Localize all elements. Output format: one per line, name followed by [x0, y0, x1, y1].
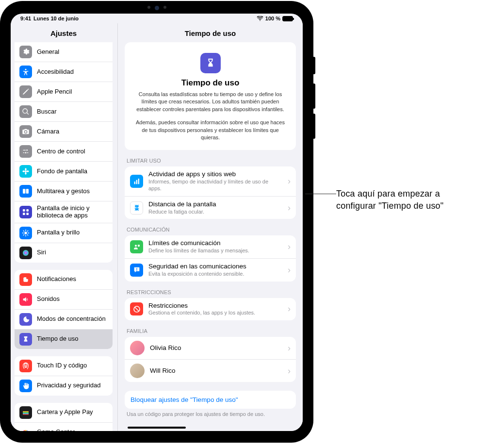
detail-item-sub: Reduce la fatiga ocular.	[148, 209, 282, 216]
svg-rect-6	[23, 213, 25, 215]
rectangles-icon	[19, 185, 32, 198]
sidebar-item[interactable]: Pantalla y brillo	[15, 223, 113, 243]
sidebar-item[interactable]: Notificaciones	[15, 270, 113, 289]
sidebar-item[interactable]: Game Center	[15, 422, 113, 431]
battery-icon	[282, 16, 293, 21]
sidebar-item[interactable]: Modos de concentración	[15, 309, 113, 329]
sidebar-item-label: Game Center	[37, 429, 108, 431]
svg-point-11	[26, 277, 29, 279]
search-icon	[19, 105, 32, 118]
lock-screen-time-button[interactable]: Bloquear ajustes de "Tiempo de uso"	[125, 391, 296, 409]
status-bar: 9:41 Lunes 10 de junio 100 %	[11, 14, 303, 23]
camera-icon	[19, 125, 32, 138]
sidebar-item[interactable]: Centro de control	[15, 141, 113, 161]
wallet-icon	[19, 406, 32, 419]
accessibility-icon	[19, 66, 32, 78]
detail-item-sub: Informes, tiempo de inactividad y límite…	[148, 179, 282, 192]
svg-rect-13	[23, 411, 29, 412]
svg-point-9	[23, 250, 29, 256]
sidebar-item[interactable]: Sonidos	[15, 289, 113, 309]
detail-item-title: Actividad de apps y sitios web	[148, 170, 282, 179]
status-date: Lunes 10 de junio	[33, 16, 79, 21]
svg-rect-4	[23, 209, 25, 212]
svg-rect-26	[136, 180, 137, 184]
switches-icon	[19, 145, 32, 158]
bell-icon	[19, 273, 32, 286]
svg-point-0	[25, 69, 27, 70]
sidebar-item[interactable]: Multitarea y gestos	[15, 181, 113, 201]
sidebar-item[interactable]: Buscar	[15, 101, 113, 121]
sidebar-item[interactable]: Fondo de pantalla	[15, 161, 113, 181]
section-header: LIMITAR USO	[125, 150, 296, 166]
detail-item[interactable]: Actividad de apps y sitios webInformes, …	[125, 166, 296, 196]
detail-item[interactable]: Límites de comunicaciónDefine los límite…	[125, 235, 296, 258]
chevron-right-icon: ›	[288, 304, 291, 314]
status-time: 9:41	[20, 16, 31, 21]
sidebar-item[interactable]: Apple Pencil	[15, 82, 113, 101]
detail-item-title: Olivia Rico	[150, 344, 282, 352]
sidebar-item[interactable]: Tiempo de uso	[15, 329, 113, 349]
detail-item[interactable]: Seguridad en las comunicacionesEvita la …	[125, 258, 296, 282]
sidebar-item[interactable]: General	[15, 42, 113, 62]
grid-icon	[19, 206, 32, 218]
ipad-frame: 9:41 Lunes 10 de junio 100 % Ajustes Gen…	[0, 1, 313, 443]
gear-icon	[19, 46, 32, 58]
sidebar-item-label: Sonidos	[37, 296, 108, 303]
gamecenter-icon	[19, 426, 32, 431]
detail-item-title: Distancia de la pantalla	[148, 200, 282, 209]
distance-icon	[130, 201, 143, 215]
chevron-right-icon: ›	[288, 203, 291, 213]
detail-item-sub: Define los límites de llamadas y mensaje…	[148, 248, 282, 254]
sidebar-title: Ajustes	[15, 26, 113, 42]
sidebar-item-label: Buscar	[37, 108, 108, 116]
detail-item[interactable]: Will Rico›	[125, 359, 296, 382]
svg-rect-25	[134, 182, 135, 184]
detail-item-title: Restricciones	[148, 302, 282, 310]
fingerprint-icon	[19, 360, 32, 372]
hourglass-icon	[200, 53, 221, 73]
sidebar-item-label: Touch ID y código	[37, 362, 108, 369]
sidebar-item[interactable]: Siri	[15, 243, 113, 263]
svg-point-8	[24, 232, 27, 234]
home-indicator[interactable]	[128, 427, 186, 429]
svg-rect-14	[23, 412, 29, 413]
svg-rect-16	[23, 414, 29, 415]
hero-card: Tiempo de uso Consulta las estadísticas …	[125, 42, 296, 150]
sidebar-item-label: Siri	[37, 249, 108, 256]
hero-desc2: Además, puedes consultar información sob…	[133, 119, 287, 141]
hero-desc1: Consulta las estadísticas sobre tu tiemp…	[133, 91, 287, 113]
sidebar-item-label: Pantalla de inicio y biblioteca de apps	[37, 205, 108, 219]
bubble-warn-icon	[130, 264, 143, 277]
sidebar-item[interactable]: Accesibilidad	[15, 62, 113, 82]
detail-title: Tiempo de uso	[118, 23, 303, 42]
detail-item-sub: Evita la exposición a contenido sensible…	[148, 271, 282, 278]
sidebar-item[interactable]: Pantalla de inicio y biblioteca de apps	[15, 201, 113, 223]
detail-item[interactable]: RestriccionesGestiona el contenido, las …	[125, 298, 296, 321]
sidebar-item-label: General	[37, 49, 108, 56]
svg-point-20	[24, 430, 27, 431]
hero-title: Tiempo de uso	[133, 78, 287, 88]
detail-item[interactable]: Distancia de la pantallaReduce la fatiga…	[125, 196, 296, 219]
sidebar-item[interactable]: Touch ID y código	[15, 356, 113, 376]
detail-item[interactable]: Olivia Rico›	[125, 337, 296, 359]
chevron-right-icon: ›	[288, 242, 291, 252]
nosign-icon	[130, 302, 143, 315]
sidebar-item-label: Modos de concentración	[37, 315, 108, 323]
sidebar-item[interactable]: Privacidad y seguridad	[15, 376, 113, 396]
chevron-right-icon: ›	[288, 366, 291, 376]
svg-rect-3	[26, 189, 29, 193]
svg-rect-27	[138, 179, 139, 184]
sidebar-item-label: Cartera y Apple Pay	[37, 409, 108, 416]
avatar	[130, 364, 145, 378]
sun-icon	[19, 227, 32, 239]
battery-pct: 100 %	[265, 16, 280, 21]
svg-rect-7	[26, 213, 29, 215]
sidebar-item[interactable]: Cámara	[15, 121, 113, 141]
svg-rect-5	[26, 209, 29, 212]
detail-item-title: Límites de comunicación	[148, 239, 282, 248]
sidebar-item[interactable]: Cartera y Apple Pay	[15, 403, 113, 422]
hourglass-icon	[19, 333, 32, 346]
sidebar-item-label: Notificaciones	[37, 276, 108, 283]
hand-icon	[19, 380, 32, 392]
section-header: FAMILIA	[125, 320, 296, 337]
